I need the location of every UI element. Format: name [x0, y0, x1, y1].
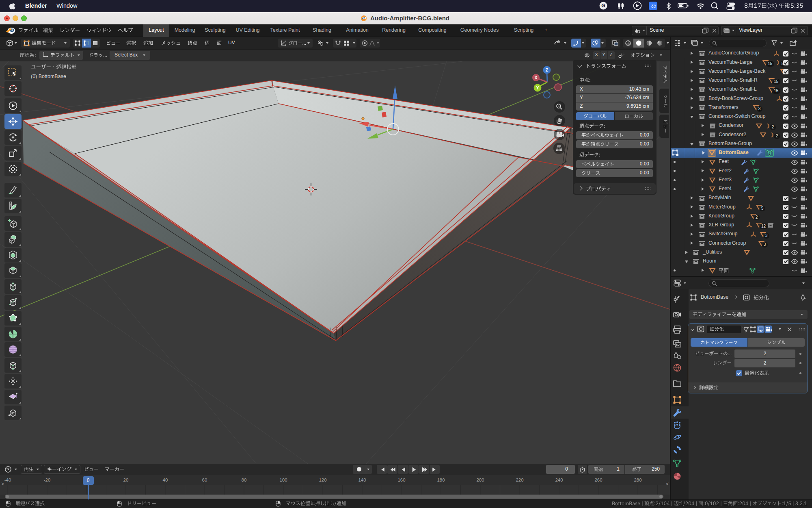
svg-text:Z: Z — [546, 67, 549, 72]
svg-text:X: X — [534, 75, 537, 80]
svg-text:G: G — [601, 3, 605, 9]
svg-text:Y: Y — [536, 85, 539, 90]
